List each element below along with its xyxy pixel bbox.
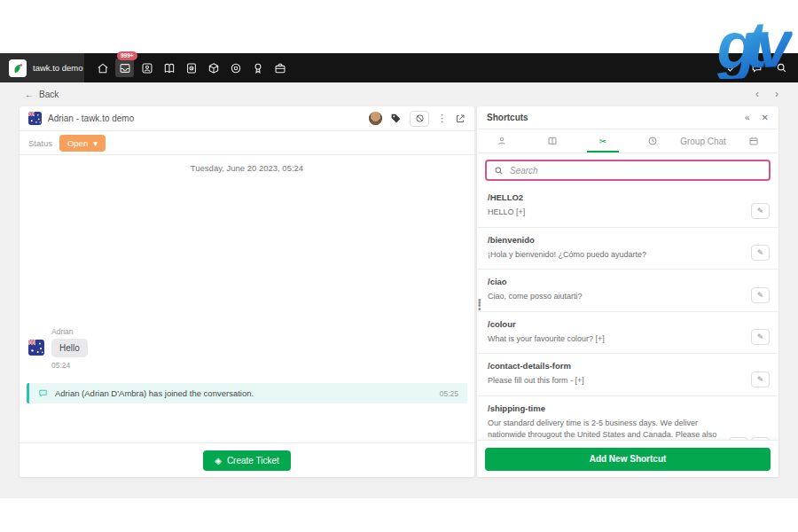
pencil-icon: ✎: [757, 291, 764, 300]
chat-header-actions: ⋮: [369, 111, 466, 127]
shortcut-item[interactable]: /colour What is your favourite colour? […: [477, 312, 778, 355]
edit-shortcut-button[interactable]: ✎: [751, 329, 770, 345]
shortcut-list: •••• /HELLO2 HELLO [+] ✎ /bienvenido ¡Ho…: [477, 185, 778, 440]
shortcut-name: /shipping-time: [488, 403, 768, 413]
system-message: Adrian (Adrian D'Ambra) has joined the c…: [27, 383, 467, 403]
visitor-flag-australia: [28, 112, 42, 125]
search-icon: [494, 166, 504, 176]
edit-shortcut-button[interactable]: ✎: [751, 372, 770, 387]
apps-cube-icon[interactable]: [204, 59, 223, 77]
agent-avatar[interactable]: [369, 112, 382, 125]
shortcut-item[interactable]: /shipping-time Our standard delivery tim…: [477, 396, 778, 441]
popout-icon[interactable]: [455, 113, 466, 124]
shortcut-search-input[interactable]: [510, 166, 762, 176]
inbox-count-badge: 999+: [117, 51, 137, 60]
tab-knowledge-base[interactable]: [528, 129, 578, 153]
shortcuts-title: Shortcuts: [487, 113, 745, 122]
conversation-date: Tuesday, June 20 2023, 05:24: [20, 163, 474, 173]
create-ticket-label: Create Ticket: [227, 456, 279, 466]
back-label: Back: [39, 90, 59, 99]
shortcut-item[interactable]: /contact-details-form Please fill out th…: [477, 354, 778, 396]
edit-shortcut-button[interactable]: ✎: [751, 203, 770, 219]
shortcut-desc: ¡Hola y bienvenido! ¿Cómo puedo ayudarte…: [488, 249, 768, 262]
chat-title: Adrian - tawk.to demo: [48, 113, 363, 123]
shortcut-desc: Ciao, come posso aiutarti?: [488, 291, 768, 303]
shortcut-name: /contact-details-form: [488, 361, 768, 371]
contacts-icon[interactable]: [137, 59, 156, 77]
tag-icon[interactable]: [390, 113, 402, 124]
shortcut-desc: HELLO [+]: [488, 207, 768, 219]
chat-panel: Adrian - tawk.to demo ⋮ Status: [20, 106, 474, 477]
brand-box[interactable]: tawk.to demo: [0, 53, 84, 82]
tab-shortcuts[interactable]: ✂: [577, 129, 628, 153]
prev-conversation-icon[interactable]: ‹: [755, 88, 759, 100]
close-panel-icon[interactable]: ✕: [762, 113, 769, 122]
message-bubble: Hello: [51, 339, 88, 357]
back-arrow-icon: ←: [25, 90, 34, 99]
join-chat-icon: [38, 388, 48, 398]
workspace: ← Back ‹ › Adrian - tawk.to demo: [0, 82, 798, 498]
shortcuts-panel: Shortcuts « ✕ ✂: [477, 106, 778, 477]
shortcut-name: /ciao: [488, 277, 768, 286]
edit-shortcut-button[interactable]: ✎: [751, 245, 770, 261]
tawkto-logo-icon: [9, 59, 27, 77]
tab-history[interactable]: [628, 129, 678, 153]
top-nav-bar: tawk.to demo 999+: [0, 53, 798, 82]
chat-header: Adrian - tawk.to demo ⋮: [20, 106, 474, 131]
knowledge-base-icon[interactable]: [160, 59, 178, 77]
status-value: Open: [67, 138, 88, 148]
shortcuts-footer: Add New Shortcut: [477, 440, 778, 477]
next-conversation-icon[interactable]: ›: [775, 88, 778, 100]
pencil-icon: ✎: [757, 207, 764, 215]
group-chat-label: Group Chat: [680, 137, 726, 146]
message-time: 05:24: [51, 361, 88, 370]
ban-visitor-button[interactable]: [410, 111, 429, 127]
home-icon[interactable]: [93, 59, 112, 77]
message-area: Tuesday, June 20 2023, 05:24 Adrian Hell…: [20, 155, 474, 442]
shortcut-search-box[interactable]: [485, 160, 771, 181]
monitoring-icon[interactable]: [226, 59, 245, 77]
system-message-time: 05:25: [440, 389, 458, 398]
system-message-text: Adrian (Adrian D'Ambra) has joined the c…: [55, 388, 433, 398]
visitor-message: Adrian Hello 05:24: [28, 327, 88, 370]
shortcut-desc: Please fill out this form - [+]: [488, 375, 768, 387]
tab-apps[interactable]: [728, 129, 778, 153]
shortcuts-header: Shortcuts « ✕: [477, 106, 778, 129]
status-dropdown[interactable]: Open ▾: [59, 135, 106, 152]
app-screen: gtv tawk.to demo 999+: [0, 0, 798, 532]
caret-down-icon: ▾: [93, 138, 98, 148]
shortcut-name: /bienvenido: [488, 235, 768, 245]
expand-shortcut-button[interactable]: [729, 437, 747, 440]
ticket-diamond-icon: ◈: [215, 456, 222, 466]
edit-shortcut-button[interactable]: ✎: [751, 287, 770, 303]
pages-icon[interactable]: [182, 59, 200, 77]
shortcut-item[interactable]: /HELLO2 HELLO [+] ✎: [477, 185, 778, 228]
shortcut-name: /colour: [488, 319, 768, 329]
achievements-icon[interactable]: [248, 59, 267, 77]
sidebar-tabs: ✂ Group Chat: [477, 129, 778, 153]
inbox-icon[interactable]: 999+: [115, 59, 134, 77]
search-wrap: [477, 153, 778, 185]
brand-name: tawk.to demo: [33, 63, 83, 73]
shortcut-item[interactable]: /ciao Ciao, come posso aiutarti? ✎: [477, 270, 778, 312]
conversation-pager: ‹ ›: [755, 88, 778, 100]
shortcut-item[interactable]: /bienvenido ¡Hola y bienvenido! ¿Cómo pu…: [477, 228, 778, 270]
pencil-icon: ✎: [757, 375, 764, 384]
more-options-icon[interactable]: ⋮: [437, 113, 447, 124]
chat-footer: ◈ Create Ticket: [20, 442, 474, 477]
pencil-icon: ✎: [757, 332, 764, 341]
visitor-flag-australia: [28, 340, 44, 356]
add-new-shortcut-button[interactable]: Add New Shortcut: [485, 448, 771, 471]
admin-briefcase-icon[interactable]: [270, 59, 289, 77]
status-label: Status: [28, 138, 52, 148]
shortcut-desc: What is your favourite colour? [+]: [488, 333, 768, 346]
tab-group-chat[interactable]: Group Chat: [678, 129, 729, 153]
shortcut-desc: Our standard delivery time is 2-5 busine…: [488, 418, 768, 441]
tab-visitor-details[interactable]: [477, 129, 528, 153]
edit-shortcut-button[interactable]: ✎: [751, 437, 770, 440]
create-ticket-button[interactable]: ◈ Create Ticket: [203, 450, 291, 471]
scissors-icon: ✂: [598, 137, 606, 146]
collapse-panel-icon[interactable]: «: [745, 113, 750, 122]
back-link[interactable]: ← Back: [25, 90, 59, 99]
main-nav: 999+: [93, 59, 289, 77]
